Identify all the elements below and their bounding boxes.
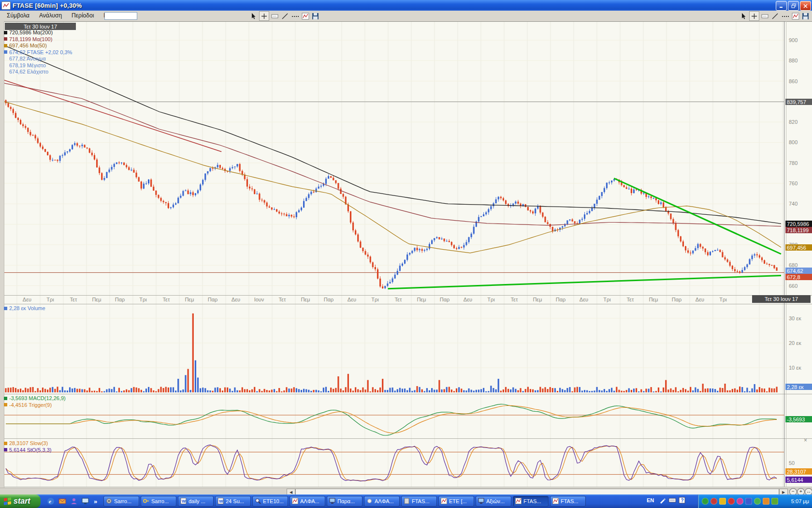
clock[interactable]: 5:07 μμ <box>791 498 809 504</box>
taskbar-button-FTAS[interactable]: FTAS... <box>513 496 549 507</box>
candles <box>5 99 777 289</box>
quicklaunch-desktop-icon[interactable] <box>81 497 90 506</box>
svg-text:e: e <box>49 498 51 504</box>
quicklaunch-chevron-icon[interactable]: » <box>94 498 97 505</box>
system-tray: 5:07 μμ <box>698 494 812 508</box>
chart-canvas[interactable] <box>0 0 812 508</box>
monitor-icon <box>478 498 484 505</box>
quicklaunch-person-icon[interactable] <box>70 497 78 506</box>
taskbar: start e» Sarro...Sarro...Wdaily ...W24 S… <box>0 494 812 508</box>
tray-antivirus-icon[interactable] <box>754 498 761 505</box>
pen-icon[interactable] <box>659 497 666 506</box>
tray-messenger-icon[interactable] <box>737 498 743 505</box>
chart-left-gutter <box>0 21 4 488</box>
chart-scrollbar: ◀ ▶ − + ↔ <box>0 488 812 495</box>
key-icon <box>143 498 149 505</box>
taskbar-button-Sarro[interactable]: Sarro... <box>141 496 176 507</box>
help-icon[interactable]: ? <box>679 497 685 506</box>
svg-text:W: W <box>182 499 186 504</box>
taskbar-button-ETE[interactable]: ETE [... <box>438 496 474 507</box>
tray-gpu-icon[interactable] <box>771 498 778 505</box>
tray-agent-icon[interactable] <box>702 498 709 505</box>
x-axis-highlight-date: Τετ 30 Ιουν 17 <box>752 295 811 303</box>
taskbar-button-ΑΛΦΑ[interactable]: ΑΛΦΑ... <box>290 496 325 507</box>
language-indicator[interactable]: EN <box>647 497 654 503</box>
taskbar-button-FTAS[interactable]: FTAS... <box>550 496 586 507</box>
tray-app-icon[interactable] <box>745 498 752 505</box>
chart-icon <box>552 498 559 505</box>
tray-shield-icon[interactable] <box>719 498 726 505</box>
pane-close-icon[interactable]: × <box>804 437 807 444</box>
monitor-icon <box>329 498 335 505</box>
quicklaunch-mail-icon[interactable] <box>58 497 67 506</box>
file-icon <box>404 498 410 505</box>
taskbar-button-FTAS[interactable]: FTAS... <box>401 496 437 507</box>
taskbar-button-24Su[interactable]: W24 Su... <box>215 496 251 507</box>
chart-icon <box>515 498 522 505</box>
tray-alert-icon[interactable] <box>728 498 735 505</box>
taskbar-button-Sarro[interactable]: Sarro... <box>103 496 139 507</box>
windows-flag-icon <box>4 497 12 506</box>
chart-icon <box>441 498 447 505</box>
start-button[interactable]: start <box>0 494 41 508</box>
taskbar-button-Παρα[interactable]: Παρα... <box>327 496 362 507</box>
word-icon: W <box>218 498 224 505</box>
gear-icon <box>106 498 112 505</box>
application-window: FTASE [60min] +0,30% ΣύμβολαΑνάλυσηΠερίο… <box>0 0 812 508</box>
svg-text:?: ? <box>681 498 684 503</box>
svg-text:W: W <box>219 499 223 504</box>
chart-icon <box>292 498 298 505</box>
taskbar-button-ETE10[interactable]: ETE10... <box>252 496 288 507</box>
date-tooltip: Τετ 30 Ιουν 17 <box>5 23 76 30</box>
word-icon: W <box>180 498 187 505</box>
taskbar-button-Αξιν[interactable]: Αξιών... <box>476 496 511 507</box>
tray-sync-icon[interactable] <box>710 498 717 505</box>
volume-bars <box>5 314 777 392</box>
taskbar-button-ΑΛΦΑ[interactable]: ΑΛΦΑ... <box>364 496 400 507</box>
tray-update-icon[interactable] <box>763 498 769 505</box>
taskbar-button-daily[interactable]: Wdaily ... <box>178 496 214 507</box>
dot-icon <box>366 498 373 505</box>
gridlines <box>4 22 784 487</box>
keyboard-icon[interactable] <box>668 497 676 506</box>
magnifier-icon <box>255 498 261 505</box>
quicklaunch-ie-icon[interactable]: e <box>46 497 55 506</box>
